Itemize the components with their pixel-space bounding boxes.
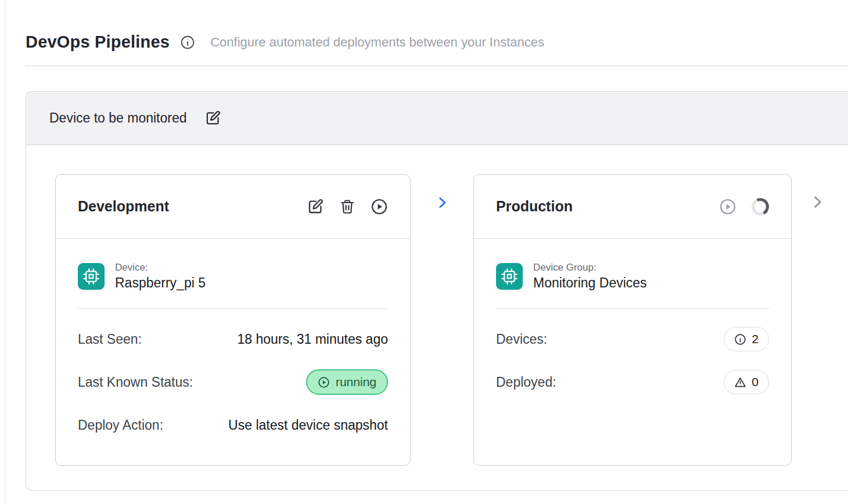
development-card-body: Device: Raspberry_pi 5 Last Seen: 18 hou… xyxy=(56,239,410,438)
devices-row: Devices: 2 xyxy=(496,326,769,352)
deploy-action-row: Deploy Action: Use latest device snapsho… xyxy=(78,412,388,438)
production-card-header: Production xyxy=(474,175,791,239)
delete-development-button[interactable] xyxy=(339,199,355,215)
device-group-name: Monitoring Devices xyxy=(533,275,647,291)
development-card-title: Development xyxy=(78,198,307,215)
cpu-chip-icon xyxy=(496,263,523,290)
play-circle-icon xyxy=(318,376,330,388)
panel-title: Device to be monitored xyxy=(49,110,187,126)
run-production-button[interactable] xyxy=(719,198,736,215)
edit-development-button[interactable] xyxy=(307,198,324,215)
pipeline-connector xyxy=(411,174,473,210)
deployed-row: Deployed: 0 xyxy=(496,369,769,395)
device-group-text: Device Group: Monitoring Devices xyxy=(533,262,647,291)
device-group-label: Device Group: xyxy=(533,262,647,273)
play-circle-icon xyxy=(371,198,388,215)
trash-icon xyxy=(339,199,355,215)
running-status-text: running xyxy=(336,375,376,389)
last-seen-label: Last Seen: xyxy=(78,332,142,347)
deploy-action-label: Deploy Action: xyxy=(78,417,163,433)
development-card-actions xyxy=(307,198,388,215)
development-card-header: Development xyxy=(56,175,410,239)
production-card-title: Production xyxy=(496,198,719,215)
header-divider xyxy=(26,66,848,66)
info-icon xyxy=(734,333,746,345)
info-icon[interactable] xyxy=(180,35,195,50)
warning-icon xyxy=(734,376,746,388)
edit-icon xyxy=(307,198,324,215)
device-name: Raspberry_pi 5 xyxy=(115,275,206,291)
production-card: Production xyxy=(473,174,792,466)
devices-label: Devices: xyxy=(496,332,547,347)
production-card-actions xyxy=(719,198,769,215)
edit-icon xyxy=(204,110,221,127)
production-card-body: Device Group: Monitoring Devices Devices… xyxy=(474,239,791,395)
page-subtitle: Configure automated deployments between … xyxy=(210,35,544,50)
play-circle-icon xyxy=(719,198,736,215)
left-divider xyxy=(5,0,5,504)
edit-panel-button[interactable] xyxy=(204,110,221,127)
spinner-icon xyxy=(749,196,771,218)
deployed-count: 0 xyxy=(752,375,759,389)
last-known-status-row: Last Known Status: running xyxy=(78,369,388,395)
page-title: DevOps Pipelines xyxy=(26,33,170,52)
panel-body: Development xyxy=(26,145,848,466)
panel-header: Device to be monitored xyxy=(26,92,848,145)
chevron-right-icon xyxy=(434,195,450,210)
deployed-count-badge[interactable]: 0 xyxy=(724,370,769,394)
last-seen-value: 18 hours, 31 minutes ago xyxy=(237,332,388,347)
device-info: Device: Raspberry_pi 5 xyxy=(78,262,388,291)
card-divider xyxy=(496,308,769,309)
development-card: Development xyxy=(55,174,411,466)
devices-count-badge[interactable]: 2 xyxy=(724,327,769,351)
page-header: DevOps Pipelines Configure automated dep… xyxy=(0,0,848,52)
deployed-label: Deployed: xyxy=(496,375,556,390)
last-known-status-label: Last Known Status: xyxy=(78,375,193,390)
run-development-button[interactable] xyxy=(371,198,388,215)
card-divider xyxy=(78,308,388,309)
chevron-right-icon xyxy=(809,194,825,210)
devices-count: 2 xyxy=(752,332,759,346)
device-group-info: Device Group: Monitoring Devices xyxy=(496,262,769,291)
device-text: Device: Raspberry_pi 5 xyxy=(115,262,206,291)
pipeline-panel: Device to be monitored Development xyxy=(26,91,848,491)
cpu-chip-icon xyxy=(78,263,105,290)
last-seen-row: Last Seen: 18 hours, 31 minutes ago xyxy=(78,326,388,352)
devops-pipelines-page: DevOps Pipelines Configure automated dep… xyxy=(0,0,848,504)
running-status-badge: running xyxy=(306,369,388,395)
scroll-right-button[interactable] xyxy=(809,194,825,210)
deploy-action-value: Use latest device snapshot xyxy=(228,417,388,433)
device-label: Device: xyxy=(115,262,206,273)
